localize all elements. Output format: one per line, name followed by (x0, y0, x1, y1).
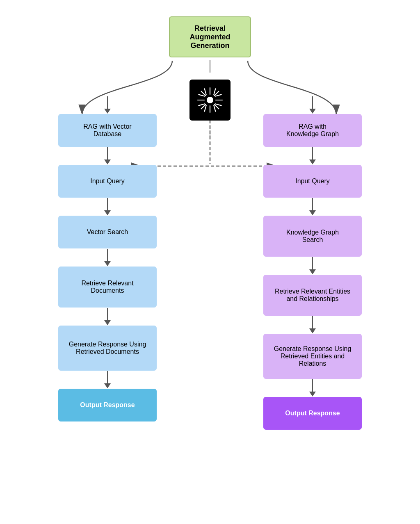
retrieve-docs-label: Retrieve Relevant Documents (81, 280, 133, 294)
kg-search-box: Knowledge Graph Search (263, 216, 362, 257)
left-output-label: Output Response (80, 401, 135, 409)
vector-search-box: Vector Search (58, 216, 157, 248)
left-arrow-5 (104, 371, 111, 389)
right-input-query-label: Input Query (295, 178, 330, 185)
kg-search-label: Knowledge Graph Search (286, 229, 339, 244)
right-output-label: Output Response (285, 410, 340, 417)
left-arrow-1 (104, 147, 111, 165)
right-entry-arrow (309, 96, 316, 114)
ai-icon-box (189, 80, 231, 121)
rag-top-node: Retrieval Augmented Generation (169, 16, 251, 57)
retrieve-docs-box: Retrieve Relevant Documents (58, 267, 157, 308)
ai-icon (194, 84, 226, 116)
right-output-box: Output Response (263, 397, 362, 430)
diagram-container: Retrieval Augmented Generation (0, 0, 420, 524)
main-row: RAG with Vector Database Input Query Vec… (0, 71, 420, 430)
rag-vector-db-box: RAG with Vector Database (58, 114, 157, 147)
left-entry-arrow (104, 96, 111, 114)
svg-line-13 (199, 95, 205, 96)
generate-response-entities-box: Generate Response Using Retrieved Entiti… (263, 334, 362, 379)
svg-line-9 (205, 89, 206, 95)
right-arrow-3 (309, 257, 316, 275)
generate-response-docs-box: Generate Response Using Retrieved Docume… (58, 326, 157, 371)
svg-line-16 (205, 105, 206, 112)
right-column: RAG with Knowledge Graph Input Query Kno… (251, 71, 374, 430)
center-column (169, 71, 251, 137)
left-column: RAG with Vector Database Input Query Vec… (46, 71, 169, 421)
svg-line-15 (214, 89, 215, 95)
left-output-box: Output Response (58, 389, 157, 421)
right-arrow-2 (309, 198, 316, 216)
generate-response-docs-label: Generate Response Using Retrieved Docume… (69, 341, 146, 355)
dashed-vert-line (210, 121, 210, 137)
rag-title: Retrieval Augmented Generation (190, 24, 231, 50)
left-arrow-3 (104, 248, 111, 267)
left-arrow-2 (104, 198, 111, 216)
svg-line-12 (199, 104, 205, 105)
svg-line-10 (214, 105, 215, 112)
vector-search-label: Vector Search (87, 228, 128, 236)
left-input-query-box: Input Query (58, 165, 157, 198)
svg-line-14 (215, 104, 221, 105)
retrieve-entities-label: Retrieve Relevant Entities and Relations… (275, 288, 350, 303)
left-arrow-4 (104, 308, 111, 326)
rag-kg-label: RAG with Knowledge Graph (286, 123, 339, 138)
left-input-query-label: Input Query (90, 178, 125, 185)
retrieve-entities-box: Retrieve Relevant Entities and Relations… (263, 275, 362, 316)
right-input-query-box: Input Query (263, 165, 362, 198)
generate-response-entities-label: Generate Response Using Retrieved Entiti… (274, 345, 352, 367)
right-arrow-1 (309, 147, 316, 165)
svg-line-11 (215, 95, 221, 96)
right-arrow-5 (309, 379, 316, 397)
rag-vector-db-label: RAG with Vector Database (83, 123, 131, 138)
right-arrow-4 (309, 316, 316, 334)
svg-point-0 (207, 97, 213, 103)
rag-kg-box: RAG with Knowledge Graph (263, 114, 362, 147)
